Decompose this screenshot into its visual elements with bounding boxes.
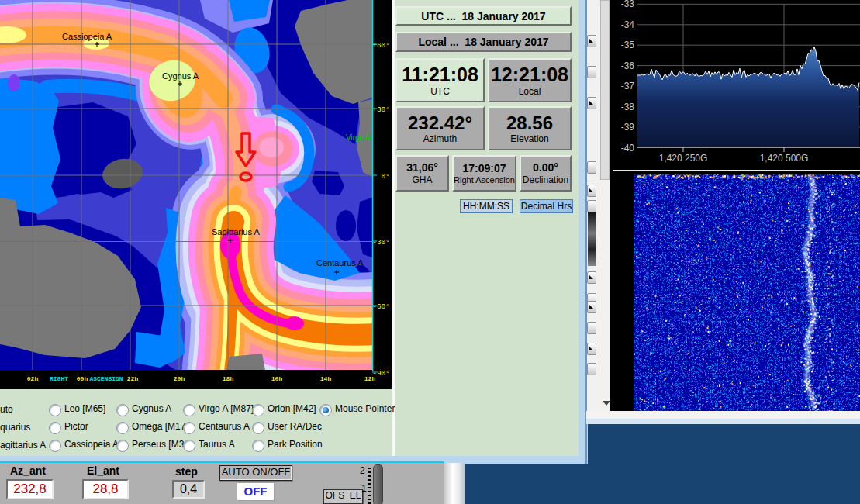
svg-text:-30°: -30° xyxy=(372,238,390,247)
svg-text:-34: -34 xyxy=(621,19,635,30)
svg-text:1,420 500G: 1,420 500G xyxy=(760,153,809,164)
svg-text:-38: -38 xyxy=(621,102,635,112)
svg-text:18h: 18h xyxy=(223,375,234,382)
svg-text:12h: 12h xyxy=(364,375,376,382)
svg-text:Virgo A: Virgo A xyxy=(346,133,371,142)
svg-text:1,420 250G: 1,420 250G xyxy=(659,153,708,164)
svg-text:RIGHT: RIGHT xyxy=(50,375,68,382)
svg-text:22h: 22h xyxy=(127,375,139,382)
svg-text:+30°: +30° xyxy=(372,105,390,114)
svg-text:Centaurus A: Centaurus A xyxy=(316,258,364,268)
svg-text:00h: 00h xyxy=(77,375,88,382)
svg-text:Cygnus A: Cygnus A xyxy=(162,71,199,81)
svg-text:-37: -37 xyxy=(621,81,635,91)
svg-text:-60°: -60° xyxy=(372,302,390,311)
svg-text:-36: -36 xyxy=(621,60,635,71)
svg-text:-35: -35 xyxy=(621,40,635,50)
svg-text:-39: -39 xyxy=(621,122,635,133)
svg-text:0°: 0° xyxy=(382,172,390,181)
svg-text:02h: 02h xyxy=(27,375,39,382)
svg-text:Sagittarius A: Sagittarius A xyxy=(212,227,260,236)
svg-text:-40: -40 xyxy=(621,143,635,154)
svg-text:-33: -33 xyxy=(621,0,635,9)
svg-text:20h: 20h xyxy=(174,375,185,382)
svg-text:14h: 14h xyxy=(320,375,332,382)
svg-text:16h: 16h xyxy=(271,375,283,382)
svg-text:Cassiopeia A: Cassiopeia A xyxy=(62,32,112,41)
svg-text:ASCENSION: ASCENSION xyxy=(89,375,123,382)
svg-text:+60°: +60° xyxy=(372,41,390,50)
